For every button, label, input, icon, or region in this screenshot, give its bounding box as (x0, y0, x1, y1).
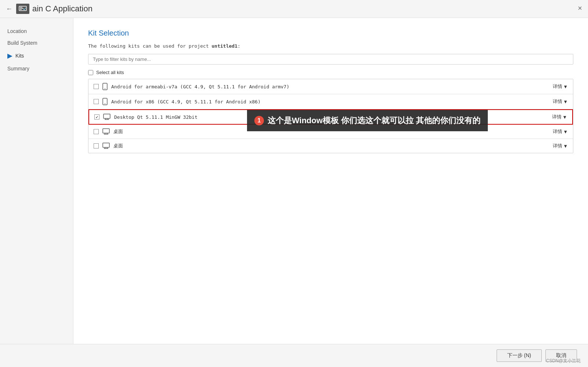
dialog-body: LocationBuild System▶KitsSummary Kit Sel… (0, 18, 588, 344)
detail-label: 详情 (553, 83, 562, 90)
chevron-down-icon: ▼ (563, 84, 568, 89)
sidebar-item-build-system[interactable]: Build System (0, 37, 73, 49)
chevron-down-icon: ▼ (563, 99, 568, 104)
svg-rect-8 (104, 114, 110, 118)
detail-button-desktop-qt[interactable]: 详情 ▼ (552, 114, 567, 120)
section-title: Kit Selection (88, 29, 573, 37)
tooltip-text: 这个是Window模板 你们选这个就可以拉 其他的你们没有的 (268, 115, 480, 126)
filter-input[interactable] (88, 54, 573, 65)
sidebar-label-summary: Summary (7, 66, 29, 71)
kit-list: Android for armeabi-v7a (GCC 4.9, Qt 5.1… (88, 79, 573, 153)
svg-point-5 (105, 88, 105, 89)
kit-row-desktop-2: 桌面详情 ▼ (88, 139, 573, 153)
title-bar: ← ain C Application × (0, 0, 588, 18)
kit-checkbox-desktop-qt[interactable]: ✓ (94, 114, 99, 120)
detail-button-android-armv7[interactable]: 详情 ▼ (553, 83, 568, 90)
detail-label: 详情 (552, 114, 562, 120)
detail-label: 详情 (553, 143, 562, 149)
sidebar-item-kits[interactable]: ▶Kits (0, 49, 73, 63)
sidebar-item-location[interactable]: Location (0, 25, 73, 37)
back-button[interactable]: ← (6, 5, 12, 13)
select-all-checkbox[interactable] (88, 70, 93, 75)
detail-label: 详情 (553, 128, 562, 135)
description-prefix: The following kits can be used for proje… (88, 43, 212, 49)
select-all-row: Select all kits (88, 70, 573, 75)
monitor-icon (102, 128, 110, 135)
monitor-icon (102, 143, 110, 149)
sidebar-label-build-system: Build System (7, 40, 37, 46)
detail-button-desktop-1[interactable]: 详情 ▼ (553, 128, 568, 135)
sidebar-label-location: Location (7, 28, 27, 34)
tooltip-badge: 1 (254, 116, 264, 125)
kit-row-android-armv7: Android for armeabi-v7a (GCC 4.9, Qt 5.1… (88, 79, 573, 94)
kit-checkbox-desktop-1[interactable] (94, 129, 99, 134)
select-all-label: Select all kits (96, 70, 124, 75)
close-button[interactable]: × (578, 4, 582, 12)
footer: 下一步 (N) 取消 (0, 344, 588, 367)
main-content: Kit Selection The following kits can be … (73, 18, 588, 344)
kit-label-android-x86: Android for x86 (GCC 4.9, Qt 5.11.1 for … (111, 99, 553, 104)
kit-label-desktop-2: 桌面 (113, 143, 553, 149)
kit-label-android-armv7: Android for armeabi-v7a (GCC 4.9, Qt 5.1… (111, 84, 553, 89)
kit-checkbox-desktop-2[interactable] (94, 143, 99, 148)
dialog-title: ain C Application (32, 4, 92, 14)
detail-button-desktop-2[interactable]: 详情 ▼ (553, 143, 568, 149)
sidebar-item-summary[interactable]: Summary (0, 63, 73, 74)
phone-icon (102, 83, 108, 90)
chevron-down-icon: ▼ (563, 143, 568, 149)
next-button[interactable]: 下一步 (N) (497, 349, 542, 362)
tooltip-overlay: 1这个是Window模板 你们选这个就可以拉 其他的你们没有的 (247, 110, 488, 131)
description: The following kits can be used for proje… (88, 43, 573, 49)
phone-icon (102, 98, 108, 105)
kit-row-desktop-qt: ✓ Desktop Qt 5.11.1 MinGW 32bit详情 ▼1这个是W… (88, 109, 573, 125)
svg-rect-16 (103, 143, 109, 147)
kit-checkbox-android-x86[interactable] (94, 99, 99, 104)
chevron-down-icon: ▼ (562, 114, 567, 120)
active-arrow-icon: ▶ (7, 52, 12, 60)
watermark: CSDN@支小兰花 (546, 358, 581, 364)
detail-label: 详情 (553, 98, 562, 105)
svg-point-7 (105, 103, 105, 104)
kit-checkbox-android-armv7[interactable] (94, 84, 99, 89)
description-suffix: : (237, 43, 240, 49)
project-name: untitled1 (212, 43, 237, 49)
detail-button-android-x86[interactable]: 详情 ▼ (553, 98, 568, 105)
app-icon (16, 4, 29, 14)
monitor-icon (103, 114, 110, 120)
chevron-down-icon: ▼ (563, 129, 568, 135)
svg-rect-12 (103, 129, 109, 133)
sidebar-label-kits: Kits (15, 53, 24, 59)
sidebar: LocationBuild System▶KitsSummary (0, 18, 73, 344)
dialog: ← ain C Application × LocationBuild Syst… (0, 0, 588, 367)
kit-row-android-x86: Android for x86 (GCC 4.9, Qt 5.11.1 for … (88, 94, 573, 109)
